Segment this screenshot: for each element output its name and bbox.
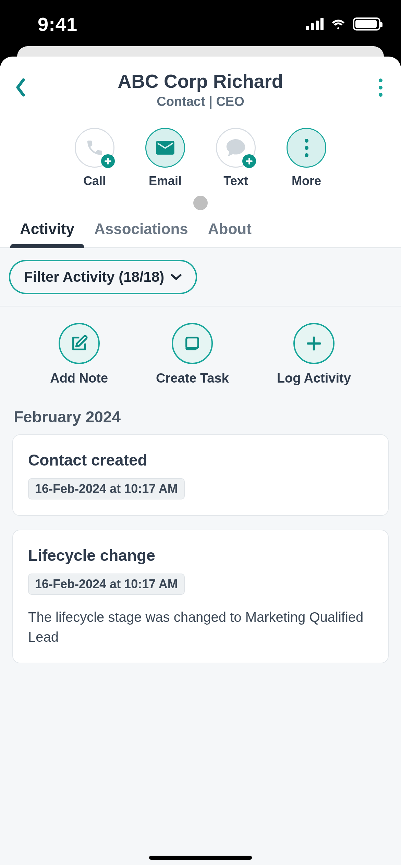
tab-activity[interactable]: Activity: [20, 220, 74, 247]
filter-label: Filter Activity (18/18): [24, 269, 164, 285]
back-button[interactable]: [10, 74, 31, 101]
plus-badge-icon: [242, 154, 256, 168]
plus-icon: [293, 323, 335, 364]
page-indicator: [193, 196, 208, 210]
note-icon: [59, 323, 100, 364]
email-icon: [145, 128, 185, 168]
call-label: Call: [83, 174, 106, 188]
chat-icon: [216, 128, 256, 168]
timeline-month-header: February 2024: [0, 396, 401, 434]
plus-badge-icon: [101, 154, 115, 168]
task-icon: [172, 323, 213, 364]
status-icons: [306, 17, 380, 31]
wifi-icon: [330, 18, 346, 30]
text-action[interactable]: Text: [216, 128, 256, 188]
chevron-down-icon: [170, 273, 182, 281]
email-label: Email: [149, 174, 182, 188]
header: ABC Corp Richard Contact | CEO: [0, 57, 401, 109]
create-task-button[interactable]: Create Task: [156, 323, 229, 386]
status-bar: 9:41: [0, 0, 401, 48]
card-description: The lifecycle stage was changed to Marke…: [28, 607, 373, 647]
more-options-button[interactable]: [370, 74, 391, 101]
quick-action-row: Call Email Text: [0, 128, 401, 188]
activity-body: Filter Activity (18/18) Add Note Create …: [0, 248, 401, 865]
card-timestamp: 16-Feb-2024 at 10:17 AM: [28, 574, 185, 595]
activity-card[interactable]: Contact created 16-Feb-2024 at 10:17 AM: [12, 434, 389, 516]
tool-row: Add Note Create Task Log Activity: [0, 306, 401, 396]
tab-bar: Activity Associations About: [0, 210, 401, 248]
tab-associations[interactable]: Associations: [94, 220, 188, 247]
battery-icon: [353, 17, 380, 31]
email-action[interactable]: Email: [145, 128, 185, 188]
text-label: Text: [223, 174, 248, 188]
filter-activity-button[interactable]: Filter Activity (18/18): [9, 260, 197, 294]
create-task-label: Create Task: [156, 371, 229, 386]
more-action[interactable]: More: [287, 128, 326, 188]
page-title: ABC Corp Richard: [0, 70, 401, 92]
activity-card[interactable]: Lifecycle change 16-Feb-2024 at 10:17 AM…: [12, 530, 389, 663]
phone-icon: [75, 128, 114, 168]
log-activity-label: Log Activity: [277, 371, 351, 386]
more-label: More: [292, 174, 321, 188]
card-timestamp: 16-Feb-2024 at 10:17 AM: [28, 478, 185, 499]
home-indicator[interactable]: [149, 856, 252, 860]
contact-panel: ABC Corp Richard Contact | CEO Call Emai…: [0, 57, 401, 868]
status-time: 9:41: [38, 13, 77, 35]
svg-rect-0: [186, 338, 198, 348]
card-title: Contact created: [28, 451, 373, 469]
page-subtitle: Contact | CEO: [0, 94, 401, 109]
card-title: Lifecycle change: [28, 546, 373, 565]
call-action[interactable]: Call: [75, 128, 114, 188]
tab-about[interactable]: About: [208, 220, 252, 247]
add-note-label: Add Note: [50, 371, 108, 386]
log-activity-button[interactable]: Log Activity: [277, 323, 351, 386]
cellular-signal-icon: [306, 18, 324, 30]
more-icon: [287, 128, 326, 168]
add-note-button[interactable]: Add Note: [50, 323, 108, 386]
filter-section: Filter Activity (18/18): [0, 248, 401, 306]
